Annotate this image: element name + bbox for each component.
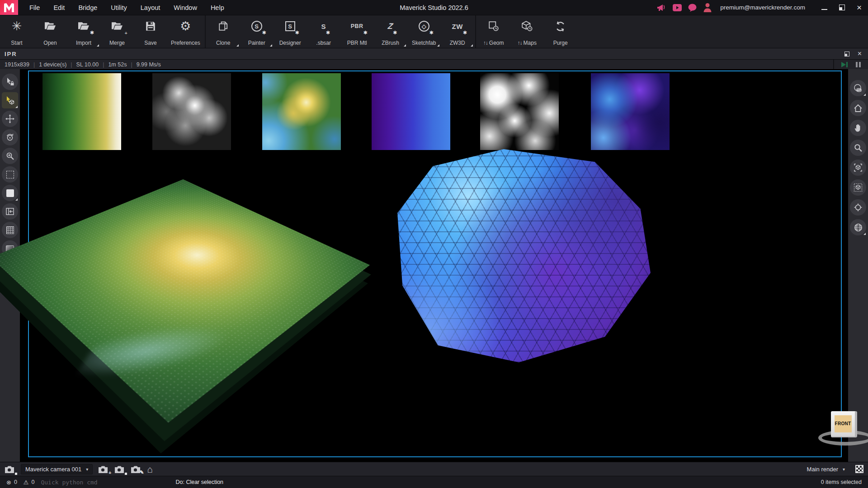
maximize-button[interactable] <box>839 5 845 10</box>
camera-lock-icon[interactable] <box>5 465 15 474</box>
stat-elapsed-time: 1m 52s <box>108 61 127 68</box>
zw3d-button[interactable]: ZW ✱ ZW3D <box>441 15 474 48</box>
navcube-front-face[interactable]: FRONT <box>835 415 852 432</box>
focus-target-tool[interactable] <box>850 199 866 216</box>
add-camera-button[interactable]: + <box>98 465 109 474</box>
rotate-light-tool[interactable] <box>2 129 18 145</box>
error-count: 0 <box>14 479 17 485</box>
menu-file[interactable]: File <box>24 2 45 13</box>
zw3d-label: ZW3D <box>450 40 465 46</box>
purge-label: Purge <box>553 40 568 46</box>
account-icon[interactable] <box>703 3 712 12</box>
video-tutorials-icon[interactable] <box>673 4 682 11</box>
chat-support-icon[interactable] <box>688 4 697 12</box>
camera-home-button[interactable]: ⌂ <box>147 465 153 474</box>
resume-render-icon[interactable] <box>841 62 848 67</box>
import-button[interactable]: ✱ Import <box>67 15 100 48</box>
orbit-camera-corner <box>863 94 866 96</box>
menu-bridge[interactable]: Bridge <box>73 2 102 13</box>
selection-info: 0 items selected <box>821 479 862 485</box>
import-label: Import <box>76 40 91 46</box>
frame-all-tool[interactable] <box>850 179 866 196</box>
marquee-select-tool[interactable] <box>2 166 18 183</box>
ipr-viewport[interactable]: FRONT <box>28 70 842 457</box>
pause-render-icon[interactable] <box>856 62 861 67</box>
maverick-m-icon <box>3 2 15 13</box>
warning-counter[interactable]: ⚠ 0 <box>24 479 35 486</box>
pbr-mtl-button[interactable]: PBR ✱ PBR Mtl <box>340 15 374 48</box>
python-command-input[interactable] <box>41 479 154 486</box>
maps-updown-glyph: ↑↓ <box>518 40 522 46</box>
ipr-panel-controls: × <box>844 50 863 57</box>
zw3d-asterisk-badge: ✱ <box>463 30 467 36</box>
zoom-region-tool[interactable] <box>2 148 18 164</box>
scene-texture-purple-blue-gradient[interactable] <box>372 73 450 150</box>
account-email[interactable]: premium@maverickrender.com <box>720 4 805 11</box>
geom-label: Geom <box>489 40 504 46</box>
camera-selector-dropdown[interactable]: Maverick camera 001 ▾ <box>21 464 93 474</box>
action-hint: Do: Clear selection <box>175 479 223 485</box>
preferences-button[interactable]: ⚙ Preferences <box>167 15 204 48</box>
warning-count: 0 <box>32 479 35 485</box>
select-lock-tool[interactable] <box>2 74 18 90</box>
error-icon: ⊗ <box>6 479 11 486</box>
painter-button[interactable]: S ✱ Painter <box>240 15 274 48</box>
zoom-view-tool[interactable] <box>850 140 866 156</box>
menu-utility[interactable]: Utility <box>106 2 132 13</box>
zw3d-icon: ZW ✱ <box>452 19 463 34</box>
geom-sync-button[interactable]: ↑↓ Geom <box>477 15 510 48</box>
save-camera-button[interactable] <box>114 465 125 474</box>
announcements-icon[interactable] <box>656 4 666 12</box>
scene-texture-grayscale-heightmap[interactable] <box>152 73 231 150</box>
save-button[interactable]: Save <box>134 15 167 48</box>
select-object-tool-active[interactable] <box>2 92 18 108</box>
menu-layout[interactable]: Layout <box>136 2 165 13</box>
scene-voxel-terrain-model[interactable] <box>0 179 370 423</box>
grid-overlay-tool[interactable] <box>2 222 18 238</box>
scene-texture-blue-purple-noise[interactable] <box>591 73 670 150</box>
env-sphere-tool[interactable] <box>850 219 866 235</box>
sketchfab-button[interactable]: ◇ ✱ Sketchfab <box>407 15 441 48</box>
sbsar-label: .sbsar <box>316 40 331 46</box>
navigation-gizmo[interactable]: FRONT <box>825 411 868 452</box>
designer-button[interactable]: S ✱ Designer <box>274 15 307 48</box>
open-button[interactable]: Open <box>33 15 67 48</box>
zbrush-button[interactable]: Z ✱ ZBrush <box>374 15 407 48</box>
edit-camera-button[interactable]: ✎ <box>131 465 142 474</box>
navcube[interactable]: FRONT <box>831 411 857 437</box>
scene-texture-green-yellow-gradient[interactable] <box>42 73 121 150</box>
stat-speed: 9.99 Ms/s <box>137 61 161 68</box>
render-region-tool[interactable] <box>2 185 18 201</box>
scene-texture-colored-terrain[interactable] <box>262 73 341 150</box>
close-button[interactable]: × <box>857 3 862 12</box>
error-counter[interactable]: ⊗ 0 <box>6 479 17 486</box>
orbit-camera-tool[interactable] <box>850 80 866 96</box>
ipr-close-icon[interactable]: × <box>858 50 862 57</box>
menu-edit[interactable]: Edit <box>48 2 70 13</box>
home-view-tool[interactable] <box>850 100 866 116</box>
sbsar-button[interactable]: S ✱ .sbsar <box>307 15 340 48</box>
merge-button[interactable]: + Merge <box>100 15 134 48</box>
scene-hex-voxel-model[interactable] <box>397 149 651 362</box>
frame-selection-tool[interactable] <box>850 160 866 176</box>
clone-dropdown-corner <box>236 44 239 47</box>
maps-sync-button[interactable]: ↑↓ Maps <box>510 15 544 48</box>
edit-camera-pencil-badge: ✎ <box>140 469 144 475</box>
move-tool[interactable] <box>2 111 18 127</box>
menu-help[interactable]: Help <box>206 2 229 13</box>
pan-tool[interactable] <box>850 120 866 136</box>
minimize-button[interactable] <box>821 9 827 10</box>
alpha-checker-icon[interactable] <box>855 465 863 473</box>
open-label: Open <box>43 40 57 46</box>
toolbar-separator <box>205 15 206 48</box>
start-button[interactable]: ✳ Start <box>0 15 33 48</box>
clone-button[interactable]: Clone <box>207 15 240 48</box>
ipr-restore-icon[interactable] <box>844 52 849 56</box>
dock-panel-tool[interactable] <box>2 203 18 220</box>
scene-texture-bw-noise[interactable] <box>480 73 559 150</box>
merge-plus-badge: + <box>125 30 127 36</box>
save-label: Save <box>144 40 156 46</box>
menu-window[interactable]: Window <box>169 2 202 13</box>
render-target-dropdown[interactable]: Main render ▾ <box>803 464 849 474</box>
purge-button[interactable]: Purge <box>544 15 577 48</box>
